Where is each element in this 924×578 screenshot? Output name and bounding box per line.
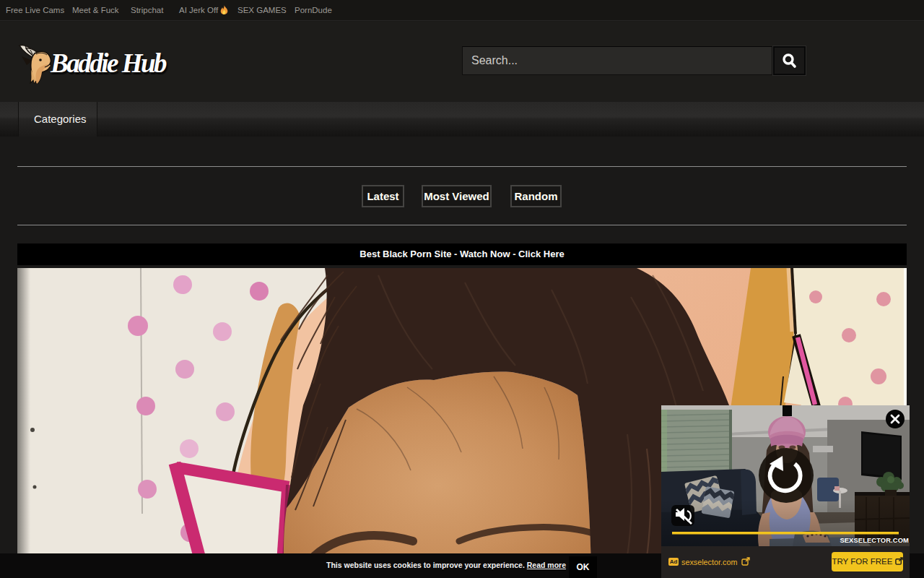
svg-text:SEXSELECTOR.COM: SEXSELECTOR.COM bbox=[840, 536, 909, 544]
